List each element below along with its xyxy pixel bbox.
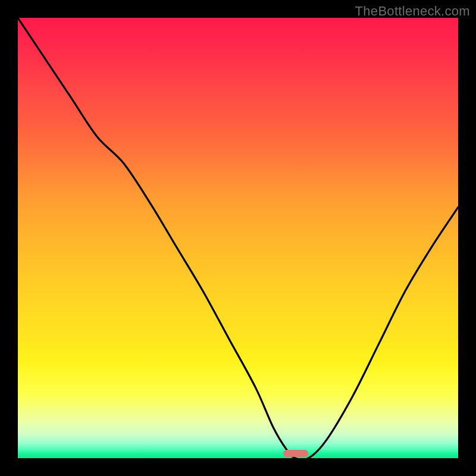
watermark-label: TheBottleneck.com <box>355 4 470 19</box>
optimal-range-marker <box>283 450 308 457</box>
bottleneck-curve <box>18 18 458 458</box>
chart-frame: TheBottleneck.com <box>0 0 476 476</box>
plot-gradient-background <box>18 18 458 458</box>
